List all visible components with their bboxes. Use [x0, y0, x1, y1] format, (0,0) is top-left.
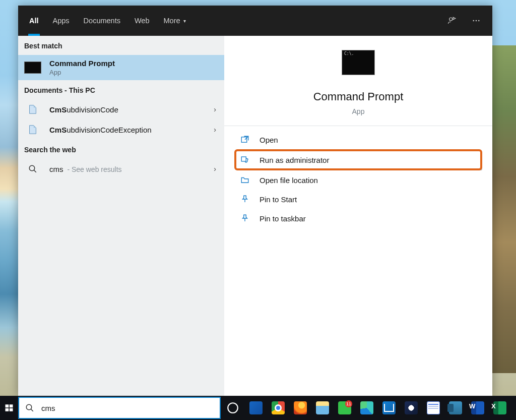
search-icon: [25, 403, 34, 412]
preview-title: Command Prompt: [224, 90, 492, 103]
svg-point-11: [26, 404, 32, 410]
result-doc-2[interactable]: CmSubdivisionCodeException ›: [18, 119, 224, 140]
onenote-icon: [449, 401, 462, 414]
cortana-icon: [226, 401, 239, 414]
search-web-label: Search the web: [18, 140, 224, 159]
svg-rect-7: [6, 404, 9, 407]
feedback-button[interactable]: [440, 16, 464, 25]
taskbar-app-excel[interactable]: [489, 396, 511, 420]
chrome-icon: [272, 401, 285, 414]
action-run-as-administrator[interactable]: Run as administrator: [236, 151, 480, 168]
tab-apps[interactable]: Apps: [46, 6, 77, 36]
taskbar-app-chrome[interactable]: [267, 396, 289, 420]
result-subtitle: App: [49, 69, 115, 76]
tab-all[interactable]: All: [22, 6, 46, 36]
start-button[interactable]: [0, 396, 18, 420]
svg-rect-9: [6, 408, 9, 411]
svg-point-4: [29, 165, 35, 171]
taskbar-app-outlook[interactable]: [245, 396, 267, 420]
notepad-icon: [427, 401, 440, 414]
documents-label: Documents - This PC: [18, 80, 224, 99]
svg-point-1: [473, 20, 474, 22]
feedback-icon: [447, 16, 457, 25]
svg-rect-10: [10, 408, 13, 411]
result-title: Command Prompt: [49, 59, 115, 68]
action-label: Pin to Start: [260, 195, 297, 204]
preview-subtitle: App: [224, 107, 492, 115]
taskbar-search-input[interactable]: [41, 404, 214, 412]
result-web-search[interactable]: cms - See web results ›: [18, 159, 224, 179]
action-label: Pin to taskbar: [260, 214, 306, 223]
tab-more[interactable]: More ▾: [157, 6, 193, 36]
outlook-icon: [249, 401, 263, 414]
chevron-right-icon: ›: [214, 165, 216, 173]
file-explorer-icon: [316, 401, 329, 414]
best-match-label: Best match: [18, 36, 224, 55]
taskbar-app-word[interactable]: [467, 396, 489, 420]
word-icon: [471, 401, 484, 414]
preview-panel: Command Prompt App Open Run as administr…: [224, 36, 492, 396]
admin-shield-icon: [240, 155, 249, 164]
tab-more-label: More: [164, 17, 180, 25]
pin-icon: [240, 214, 249, 223]
edge-icon: [360, 401, 373, 414]
taskbar-app-notepad[interactable]: [422, 396, 444, 420]
chevron-down-icon: ▾: [183, 18, 186, 24]
ellipsis-icon: [472, 16, 481, 25]
search-flyout: All Apps Documents Web More ▾ Best match…: [18, 6, 492, 396]
result-doc-1[interactable]: CmSubdivisionCode ›: [18, 99, 224, 119]
whatsapp-icon: 11: [338, 401, 351, 414]
options-button[interactable]: [464, 16, 488, 25]
search-icon: [28, 164, 37, 173]
svg-rect-6: [241, 157, 246, 161]
svg-point-3: [478, 20, 480, 22]
result-title: cms - See web results: [49, 165, 122, 173]
action-pin-to-start[interactable]: Pin to Start: [229, 190, 487, 209]
taskbar-search-box[interactable]: [18, 397, 221, 419]
action-label: Run as administrator: [260, 156, 329, 164]
action-label: Open: [260, 136, 278, 144]
command-prompt-icon: [24, 62, 41, 74]
results-panel: Best match Command Prompt App Documents …: [18, 36, 224, 396]
search-tabs: All Apps Documents Web More ▾: [18, 6, 492, 36]
action-open-file-location[interactable]: Open file location: [229, 170, 487, 190]
notification-badge: 11: [345, 400, 352, 407]
mail-icon: [382, 401, 396, 414]
groove-icon: [405, 401, 418, 414]
svg-point-0: [449, 18, 453, 21]
command-prompt-large-icon: [342, 50, 375, 75]
file-icon: [27, 124, 39, 135]
action-open[interactable]: Open: [229, 130, 487, 149]
separator: [224, 126, 492, 126]
chevron-right-icon: ›: [214, 126, 216, 134]
pin-icon: [240, 195, 249, 204]
taskbar-app-onenote[interactable]: [444, 396, 467, 420]
taskbar-app-groove[interactable]: [400, 396, 422, 420]
file-icon: [27, 104, 39, 115]
tab-documents[interactable]: Documents: [77, 6, 127, 36]
result-title: CmSubdivisionCode: [49, 105, 118, 114]
taskbar-app-mail[interactable]: [378, 396, 400, 420]
result-command-prompt[interactable]: Command Prompt App: [18, 55, 224, 80]
folder-icon: [240, 175, 249, 185]
svg-rect-8: [10, 404, 13, 407]
taskbar-app-firefox[interactable]: [289, 396, 311, 420]
excel-icon: [493, 401, 506, 414]
taskbar-app-file-explorer[interactable]: [311, 396, 334, 420]
action-label: Open file location: [260, 176, 318, 185]
taskbar: 11: [0, 396, 516, 420]
tab-web[interactable]: Web: [127, 6, 157, 36]
taskbar-app-whatsapp[interactable]: 11: [334, 396, 356, 420]
svg-point-2: [476, 20, 477, 22]
cortana-button[interactable]: [221, 396, 245, 420]
chevron-right-icon: ›: [214, 105, 216, 113]
svg-point-12: [228, 403, 238, 413]
windows-icon: [5, 403, 14, 412]
taskbar-app-edge[interactable]: [356, 396, 378, 420]
result-title: CmSubdivisionCodeException: [49, 126, 152, 134]
open-icon: [240, 135, 249, 144]
firefox-icon: [294, 401, 307, 414]
action-pin-to-taskbar[interactable]: Pin to taskbar: [229, 209, 487, 228]
svg-rect-5: [241, 137, 247, 143]
